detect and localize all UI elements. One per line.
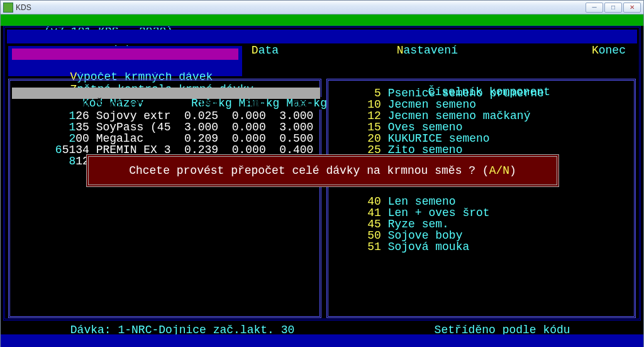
list-item[interactable]: 40 Len semeno [340, 196, 644, 207]
menu-konec[interactable]: Konec [538, 30, 637, 43]
app-window: KDS ─ □ ✕ (v7.101 KDS---2930) Výživa sko… [0, 0, 644, 347]
titlebar: KDS ─ □ ✕ [1, 1, 643, 14]
menu-projekt[interactable]: Projekt [32, 30, 144, 43]
table-row[interactable]: 135 SoyPass (45 3.000 0.000 3.000 [12, 110, 320, 122]
table-row[interactable]: 4000 Šrot obilí 3.151 0.000 5.000 [12, 88, 320, 99]
list-item[interactable]: 41 Len + oves šrot [340, 207, 644, 219]
list-item[interactable]: 12 Jecmen semeno mačkaný [340, 110, 644, 122]
list-item[interactable]: 45 Ryze sem. [340, 219, 644, 230]
menu-data[interactable]: Data [197, 30, 279, 43]
app-icon [3, 3, 13, 13]
terminal: (v7.101 KDS---2930) Výživa skotu Projekt… [1, 14, 643, 346]
dialog-text: Chcete provést přepočet celé dávky na kr… [129, 164, 489, 177]
window-title: KDS [16, 3, 31, 12]
close-button[interactable]: ✕ [623, 3, 641, 13]
list-item[interactable]: 50 Sojove boby [340, 230, 644, 241]
table-row[interactable]: 65134 PREMIN EX 3 0.239 0.000 0.400 [12, 133, 320, 144]
menu-nastaveni[interactable]: Nastavení [342, 30, 458, 43]
confirm-dialog[interactable]: Chcete provést přepočet celé dávky na kr… [86, 154, 559, 187]
maximize-button[interactable]: □ [604, 3, 622, 13]
list-item[interactable]: 51 Sojová mouka [340, 241, 644, 253]
table-row[interactable]: 126 Sojovy extr 0.025 0.000 3.000 [12, 99, 320, 110]
dialog-an: A/N [489, 164, 509, 177]
minimize-button[interactable]: ─ [586, 3, 603, 13]
table-row[interactable]: 200 Megalac 0.209 0.000 0.500 [12, 122, 320, 133]
list-item[interactable]: 15 Oves semeno [340, 122, 644, 133]
list-item[interactable]: 5 Psenice semeno prumerne [340, 88, 644, 99]
list-item[interactable]: 10 Jecmen semeno [340, 99, 644, 110]
list-item[interactable]: 20 KUKURICE semeno [340, 133, 644, 144]
